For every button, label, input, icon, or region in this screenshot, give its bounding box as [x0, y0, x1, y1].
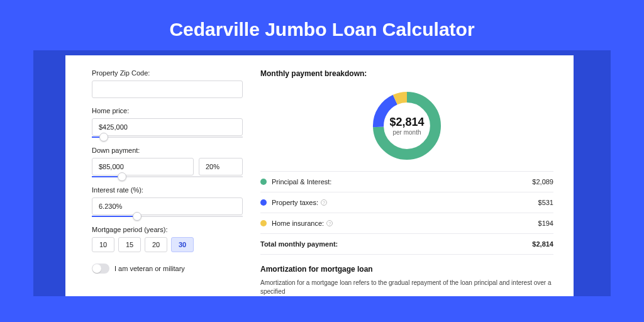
slider-thumb[interactable]	[133, 212, 142, 221]
legend-row: Principal & Interest:$2,089	[260, 172, 553, 192]
amort-text: Amortization for a mortgage loan refers …	[260, 279, 553, 296]
veteran-label: I am veteran or military	[114, 265, 185, 272]
rate-slider[interactable]	[92, 216, 243, 217]
toggle-knob	[92, 264, 101, 273]
period-label: Mortgage period (years):	[92, 226, 243, 233]
legend-dot	[260, 199, 267, 206]
donut-chart: $2,814 per month	[369, 88, 445, 164]
info-icon[interactable]: ?	[321, 199, 327, 206]
down-payment-pct-input[interactable]	[199, 158, 243, 175]
period-btn-30[interactable]: 30	[171, 237, 194, 252]
donut-sub: per month	[392, 129, 421, 136]
legend-total-label: Total monthly payment:	[260, 240, 532, 248]
donut-chart-wrap: $2,814 per month	[260, 84, 553, 171]
breakdown-title: Monthly payment breakdown:	[260, 69, 553, 78]
period-group: Mortgage period (years): 10152030	[92, 226, 243, 252]
period-btn-15[interactable]: 15	[118, 237, 141, 252]
period-btn-20[interactable]: 20	[145, 237, 167, 252]
legend-total-value: $2,814	[532, 240, 553, 248]
legend-label: Home insurance:?	[272, 219, 538, 227]
zip-input[interactable]	[92, 80, 243, 98]
rate-label: Interest rate (%):	[92, 186, 243, 194]
legend-total-row: Total monthly payment:$2,814	[260, 234, 553, 255]
donut-amount: $2,814	[389, 116, 424, 129]
home-price-input[interactable]	[92, 118, 243, 136]
zip-group: Property Zip Code:	[92, 69, 243, 98]
zip-label: Property Zip Code:	[92, 69, 243, 77]
amort-title: Amortization for mortgage loan	[260, 265, 553, 274]
down-payment-group: Down payment:	[92, 147, 243, 177]
down-payment-slider[interactable]	[92, 176, 243, 177]
slider-thumb[interactable]	[99, 133, 108, 142]
form-column: Property Zip Code: Home price: Down paym…	[92, 69, 243, 296]
page-title: Cedarville Jumbo Loan Calculator	[0, 0, 644, 50]
calculator-card: Property Zip Code: Home price: Down paym…	[65, 55, 574, 296]
legend-value: $531	[538, 199, 553, 206]
legend-label: Principal & Interest:	[272, 178, 532, 186]
home-price-group: Home price:	[92, 107, 243, 138]
card-shadow: Property Zip Code: Home price: Down paym…	[33, 50, 611, 296]
legend-value: $2,089	[532, 178, 553, 186]
breakdown-column: Monthly payment breakdown: $2,814 per mo…	[260, 69, 553, 296]
period-btn-10[interactable]: 10	[92, 237, 114, 252]
legend-label: Property taxes:?	[272, 199, 538, 206]
legend-row: Home insurance:?$194	[260, 213, 553, 234]
info-icon[interactable]: ?	[326, 220, 333, 226]
legend-value: $194	[538, 219, 553, 227]
veteran-row: I am veteran or military	[92, 264, 243, 274]
rate-group: Interest rate (%):	[92, 186, 243, 217]
legend: Principal & Interest:$2,089Property taxe…	[260, 171, 553, 255]
rate-input[interactable]	[92, 197, 243, 215]
down-payment-input[interactable]	[92, 158, 194, 175]
veteran-toggle[interactable]	[92, 264, 109, 274]
home-price-slider[interactable]	[92, 136, 243, 138]
down-payment-label: Down payment:	[92, 147, 243, 154]
slider-thumb[interactable]	[118, 172, 126, 181]
home-price-label: Home price:	[92, 107, 243, 114]
legend-dot	[260, 179, 267, 185]
legend-row: Property taxes:?$531	[260, 192, 553, 213]
legend-dot	[260, 220, 267, 226]
